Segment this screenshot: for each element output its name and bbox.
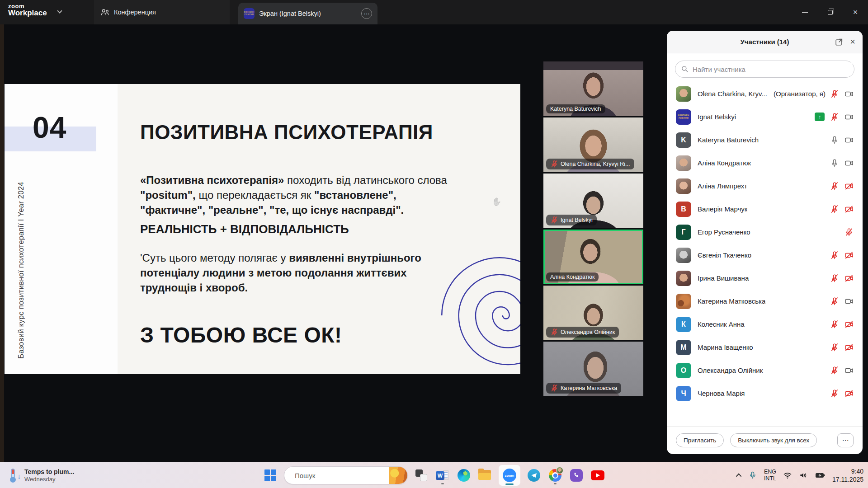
volume-icon[interactable] [799,471,808,480]
tab-options-icon[interactable]: ⋯ [361,8,372,19]
mic-muted-icon[interactable] [830,182,839,191]
brand-workplace: Workplace [8,9,47,18]
edge-app-button[interactable] [456,465,472,485]
youtube-icon [591,470,604,480]
participant-row[interactable]: К Колесник Анна [667,313,863,336]
avatar: K [676,132,691,148]
participant-row[interactable]: О Олександра Олійник [667,359,863,382]
mic-muted-icon[interactable] [830,366,839,375]
popout-icon[interactable] [835,38,844,47]
camera-off-icon[interactable] [844,343,854,352]
muted-mic-icon [550,384,558,392]
mic-muted-icon[interactable] [830,205,839,214]
camera-off-icon[interactable] [844,274,854,283]
slide-number: 04 [33,110,66,145]
camera-on-icon[interactable] [844,113,854,122]
camera-on-icon[interactable] [844,136,854,145]
participant-row[interactable]: Аліна Кондратюк [667,151,863,174]
participants-panel: Участники (14) × Olena Charkina, Kryv...… [667,31,863,454]
mic-muted-icon[interactable] [830,320,839,329]
camera-off-icon[interactable] [844,389,854,398]
participant-row[interactable]: В Валерія Марчук [667,197,863,221]
participant-name: Kateryna Baturevich [698,136,759,144]
invite-button[interactable]: Пригласить [676,433,724,447]
zoom-app-button[interactable]: zoom [499,465,520,485]
mic-muted-icon[interactable] [830,389,839,398]
tab-screen-share-label: Экран (Ignat Belskyi) [259,10,357,17]
participant-row[interactable]: Аліна Лямпрехт [667,174,863,197]
mic-muted-icon[interactable] [844,228,854,237]
slide-paragraph-1: «Позитивна психотерапія» походить від ла… [140,173,457,217]
participant-row[interactable]: ФЕНОМЕН POSITUM Ignat Belskyi ↑ [667,105,863,128]
participant-row[interactable]: Olena Charkina, Kryv... (Организатор, я) [667,82,863,105]
start-button[interactable] [263,465,278,485]
close-panel-icon[interactable]: × [850,37,855,47]
chrome-icon [549,469,561,482]
close-button[interactable]: × [843,0,868,24]
taskbar-clock[interactable]: 9:40 17.11.2025 [832,467,863,483]
video-tile-active-speaker[interactable]: Аліна Кондратюк [543,230,643,284]
file-explorer-button[interactable] [477,465,493,485]
wifi-icon[interactable] [783,471,792,480]
word-app-button[interactable]: W [435,465,450,485]
participant-row[interactable]: Євгенія Ткаченко [667,244,863,267]
camera-on-icon[interactable] [844,89,854,99]
video-tile[interactable]: Олександра Олійник [543,286,643,340]
participant-row[interactable]: Катерина Матковська [667,290,863,313]
search-icon [681,65,689,73]
clock-time: 9:40 [832,467,863,475]
slide-title: ПОЗИТИВНА ПСИХОТЕРАПІЯ [140,121,433,144]
mic-muted-icon[interactable] [830,297,839,306]
task-view-button[interactable] [414,465,429,485]
restore-button[interactable] [817,0,843,24]
avatar: В [676,202,691,217]
camera-off-icon[interactable] [844,205,854,214]
participant-row[interactable]: М Марина Іващенко [667,336,863,359]
youtube-app-button[interactable] [590,465,605,485]
camera-off-icon[interactable] [844,251,854,260]
video-tile[interactable]: Olena Charkina, Kryvyi Ri... [543,117,643,172]
participants-header: Участники (14) × [667,31,863,53]
camera-on-icon[interactable] [844,159,854,168]
minimize-button[interactable] [792,0,817,24]
mic-on-icon[interactable] [830,136,839,145]
mic-on-icon[interactable] [830,159,839,168]
mic-muted-icon[interactable] [830,89,839,99]
video-tile[interactable]: Kateryna Baturevich [543,61,643,116]
camera-off-icon[interactable] [844,320,854,329]
video-tile[interactable]: Ignat Belskyi [543,174,643,228]
participant-search-input[interactable] [693,66,849,73]
tab-conference[interactable]: Конференция [94,0,230,24]
mic-muted-icon[interactable] [830,343,839,352]
mute-all-button[interactable]: Выключить звук для всех [730,433,817,447]
taskbar-search[interactable] [284,466,408,484]
battery-icon[interactable] [815,470,826,481]
language-indicator[interactable]: ENG INTL [764,469,776,482]
camera-on-icon[interactable] [844,297,854,306]
participant-search-box[interactable] [675,61,854,78]
zoom-icon-label: zoom [503,469,516,482]
participant-row[interactable]: K Kateryna Baturevich [667,128,863,151]
participant-row[interactable]: Ч Чернова Марія [667,382,863,405]
participant-row[interactable]: Ірина Вишивана [667,267,863,290]
chevron-down-icon[interactable] [57,8,62,13]
more-options-button[interactable]: ⋯ [837,433,854,447]
window-controls: × [792,0,868,24]
avatar: Г [676,225,691,240]
participant-name: Чернова Марія [698,389,745,397]
chrome-app-button[interactable] [547,465,563,485]
tile-name-label: Kateryna Baturevich [550,106,601,112]
video-tile[interactable]: Катерина Матковська [543,342,643,396]
participant-row[interactable]: Г Егор Русначенко [667,221,863,244]
mic-muted-icon[interactable] [830,251,839,260]
taskbar-search-input[interactable] [295,472,385,479]
avatar [676,271,691,286]
mic-muted-icon[interactable] [830,274,839,283]
mic-muted-icon[interactable] [830,113,839,122]
tray-mic-icon[interactable] [748,471,757,480]
viber-app-button[interactable] [569,465,584,485]
tab-screen-share[interactable]: ФЕНОМЕН POSITUM Экран (Ignat Belskyi) ⋯ [238,3,377,24]
camera-on-icon[interactable] [844,366,854,375]
telegram-app-button[interactable] [526,465,542,485]
camera-off-icon[interactable] [844,182,854,191]
